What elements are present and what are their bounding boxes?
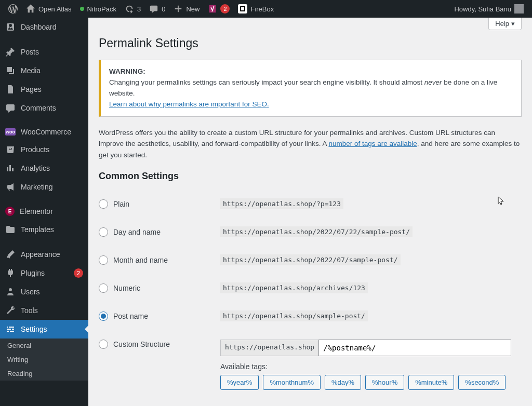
- wordpress-icon: [8, 4, 18, 13]
- menu-marketing[interactable]: Marketing: [0, 178, 88, 196]
- menu-woocommerce[interactable]: wooWooCommerce: [0, 124, 88, 140]
- custom-structure-input[interactable]: [318, 340, 511, 356]
- option-day-label[interactable]: Day and name: [99, 227, 220, 237]
- page-title: Permalink Settings: [99, 36, 522, 50]
- megaphone-icon: [5, 182, 16, 192]
- submenu-general[interactable]: General: [0, 339, 88, 353]
- yoast-badge: 2: [220, 4, 230, 13]
- analytics-icon: [5, 163, 16, 173]
- option-postname: Post name https://openatlas.shop/sample-…: [99, 302, 522, 330]
- comments-icon: [5, 103, 16, 113]
- yoast-link[interactable]: 2: [204, 0, 234, 18]
- comments-link[interactable]: 0: [145, 0, 169, 18]
- wp-logo[interactable]: [4, 0, 22, 18]
- intro-text: WordPress offers you the ability to crea…: [99, 127, 522, 161]
- site-name-link[interactable]: Open Atlas: [22, 0, 76, 18]
- admin-menu: Dashboard Posts Media Pages Comments woo…: [0, 18, 88, 406]
- settings-submenu: General Writing Reading: [0, 339, 88, 381]
- option-month-label[interactable]: Month and name: [99, 255, 220, 265]
- home-icon: [26, 4, 35, 13]
- tag-day[interactable]: %day%: [325, 375, 361, 390]
- plugins-count-badge: 2: [74, 268, 83, 278]
- menu-pages[interactable]: Pages: [0, 80, 88, 99]
- warning-notice: WARNING: Changing your permalinks settin…: [99, 60, 522, 117]
- wrench-icon: [5, 305, 16, 316]
- menu-appearance[interactable]: Appearance: [0, 245, 88, 264]
- available-tags-label: Available tags:: [220, 362, 522, 371]
- menu-users[interactable]: Users: [0, 282, 88, 301]
- menu-tools[interactable]: Tools: [0, 301, 88, 320]
- option-postname-label[interactable]: Post name: [99, 312, 220, 321]
- media-icon: [5, 65, 16, 76]
- tag-second[interactable]: %second%: [458, 375, 506, 390]
- menu-elementor[interactable]: EElementor: [0, 202, 88, 220]
- menu-media[interactable]: Media: [0, 61, 88, 80]
- menu-analytics[interactable]: Analytics: [0, 159, 88, 178]
- admin-bar: Open Atlas NitroPack 3 0 New 2 FireBox H: [0, 0, 532, 18]
- help-tab[interactable]: Help ▾: [488, 18, 522, 30]
- brush-icon: [5, 249, 16, 260]
- radio-numeric[interactable]: [99, 283, 108, 293]
- plus-icon: [174, 4, 183, 13]
- code-plain: https://openatlas.shop/?p=123: [220, 198, 343, 209]
- comment-icon: [149, 4, 158, 13]
- products-icon: [5, 144, 16, 155]
- radio-custom[interactable]: [99, 340, 108, 349]
- radio-month-name[interactable]: [99, 255, 108, 265]
- option-numeric: Numeric https://openatlas.shop/archives/…: [99, 274, 522, 302]
- code-postname: https://openatlas.shop/sample-post/: [220, 310, 368, 321]
- option-plain: Plain https://openatlas.shop/?p=123: [99, 190, 522, 218]
- new-content-link[interactable]: New: [169, 0, 204, 18]
- menu-dashboard[interactable]: Dashboard: [0, 18, 88, 36]
- yoast-icon: [208, 4, 217, 13]
- pin-icon: [5, 47, 16, 57]
- page-icon: [5, 84, 16, 94]
- submenu-writing[interactable]: Writing: [0, 353, 88, 367]
- user-icon: [5, 287, 16, 297]
- content-area: Help ▾ Permalink Settings WARNING: Chang…: [88, 18, 532, 406]
- firebox-link[interactable]: FireBox: [234, 0, 278, 18]
- plug-icon: [5, 268, 16, 278]
- updates-link[interactable]: 3: [121, 0, 145, 18]
- menu-comments[interactable]: Comments: [0, 99, 88, 117]
- radio-plain[interactable]: [99, 199, 108, 209]
- dashboard-icon: [5, 22, 16, 32]
- menu-templates[interactable]: Templates: [0, 220, 88, 239]
- warning-link[interactable]: Learn about why permalinks are important…: [109, 100, 269, 108]
- code-day: https://openatlas.shop/2022/07/22/sample…: [220, 226, 413, 237]
- sliders-icon: [5, 324, 16, 334]
- option-month-name: Month and name https://openatlas.shop/20…: [99, 246, 522, 274]
- option-plain-label[interactable]: Plain: [99, 199, 220, 209]
- status-dot-icon: [80, 7, 84, 11]
- folder-icon: [5, 224, 16, 235]
- option-numeric-label[interactable]: Numeric: [99, 283, 220, 293]
- tags-link[interactable]: number of tags are available: [328, 140, 417, 147]
- radio-day-name[interactable]: [99, 227, 108, 237]
- elementor-icon: E: [5, 207, 15, 216]
- updates-icon: [125, 4, 134, 13]
- tag-hour[interactable]: %hour%: [365, 375, 404, 390]
- account-link[interactable]: Howdy, Sufia Banu: [450, 0, 528, 18]
- common-settings-heading: Common Settings: [99, 171, 522, 182]
- menu-posts[interactable]: Posts: [0, 43, 88, 61]
- option-custom: Custom Structure https://openatlas.shop …: [99, 330, 522, 399]
- submenu-reading[interactable]: Reading: [0, 367, 88, 381]
- option-custom-label[interactable]: Custom Structure: [99, 340, 220, 349]
- nitropack-link[interactable]: NitroPack: [76, 0, 121, 18]
- menu-products[interactable]: Products: [0, 140, 88, 159]
- menu-settings[interactable]: Settings: [0, 320, 88, 339]
- radio-postname[interactable]: [99, 312, 108, 321]
- tag-monthnum[interactable]: %monthnum%: [263, 375, 321, 390]
- option-day-name: Day and name https://openatlas.shop/2022…: [99, 218, 522, 246]
- tag-year[interactable]: %year%: [220, 375, 259, 390]
- code-month: https://openatlas.shop/2022/07/sample-po…: [220, 254, 401, 265]
- custom-prefix: https://openatlas.shop: [220, 340, 318, 356]
- tag-minute[interactable]: %minute%: [408, 375, 454, 390]
- firebox-icon: [238, 4, 247, 13]
- chevron-down-icon: ▾: [511, 20, 515, 28]
- tag-buttons: %year% %monthnum% %day% %hour% %minute% …: [220, 375, 522, 390]
- woo-icon: woo: [5, 128, 16, 136]
- menu-plugins[interactable]: Plugins2: [0, 264, 88, 282]
- code-numeric: https://openatlas.shop/archives/123: [220, 282, 368, 293]
- warning-label: WARNING:: [109, 67, 145, 75]
